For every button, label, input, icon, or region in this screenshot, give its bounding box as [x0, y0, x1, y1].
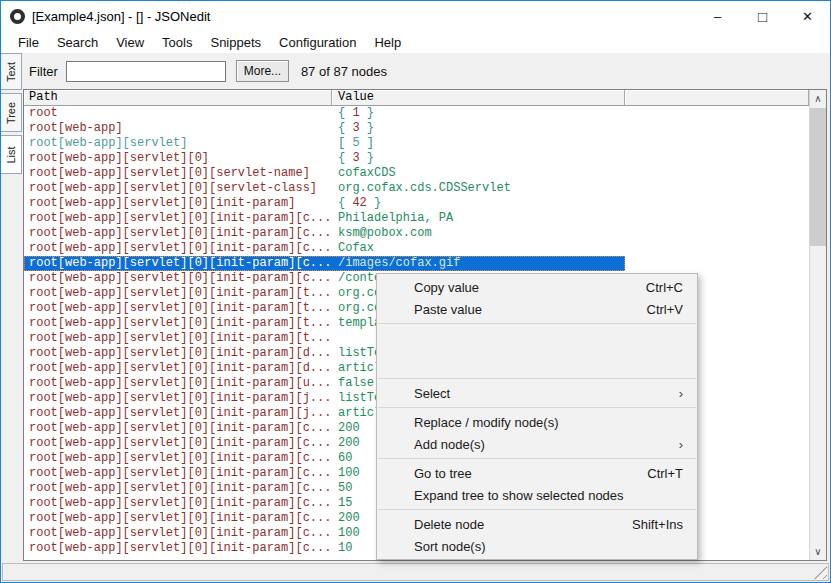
- menu-shortcut: Ctrl+T: [647, 466, 683, 481]
- value-cell: ksm@pobox.com: [332, 226, 625, 241]
- menu-shortcut: Ctrl+V: [647, 302, 683, 317]
- menu-item-label: Paste value: [414, 302, 647, 317]
- list-row[interactable]: root[web-app][servlet][0][init-param][c.…: [24, 226, 625, 241]
- menu-item-snippets[interactable]: Snippets: [201, 32, 270, 53]
- scroll-thumb[interactable]: [810, 108, 826, 246]
- path-cell: root: [24, 106, 332, 121]
- context-menu-item-paste-value[interactable]: Paste valueCtrl+V: [377, 298, 697, 320]
- menu-separator: [378, 407, 696, 408]
- path-cell: root[web-app][servlet][0][init-param][t.…: [24, 331, 332, 346]
- path-cell: root[web-app][servlet][0][init-param][u.…: [24, 376, 332, 391]
- list-row[interactable]: root[web-app][servlet][ 5 ]: [24, 136, 625, 151]
- path-cell: root[web-app][servlet][0][init-param][t.…: [24, 286, 332, 301]
- menu-separator: [378, 458, 696, 459]
- vertical-scrollbar[interactable]: ∧ ∨: [809, 90, 826, 560]
- context-menu-item-replace-modify-node-s[interactable]: Replace / modify node(s): [377, 411, 697, 433]
- filter-label: Filter: [29, 64, 58, 79]
- path-cell: root[web-app][servlet][0][init-param][t.…: [24, 301, 332, 316]
- menu-item-label: Add node(s): [414, 437, 679, 452]
- side-tab-label: List: [5, 146, 17, 163]
- context-menu-item-add-node-s[interactable]: Add node(s)›: [377, 433, 697, 455]
- menu-item-label: Expand tree to show selected nodes: [414, 488, 683, 503]
- list-row[interactable]: root[web-app][servlet][0][init-param]{ 4…: [24, 196, 625, 211]
- side-tab-tree[interactable]: Tree: [1, 93, 22, 132]
- value-cell: /images/cofax.gif: [332, 256, 625, 271]
- context-menu-item-copy-value[interactable]: Copy valueCtrl+C: [377, 276, 697, 298]
- column-header-path[interactable]: Path: [24, 90, 332, 106]
- value-cell: { 3 }: [332, 121, 625, 136]
- menu-shortcut: Ctrl+C: [646, 280, 683, 295]
- path-cell: root[web-app][servlet][0][init-param][d.…: [24, 346, 332, 361]
- app-icon: [10, 9, 25, 24]
- path-cell: root[web-app][servlet][0][init-param][c.…: [24, 271, 332, 286]
- path-cell: root[web-app][servlet][0][init-param][c.…: [24, 256, 332, 271]
- resize-grip-icon[interactable]: [814, 566, 827, 579]
- context-menu-item-sort-node-s[interactable]: Sort node(s): [377, 535, 697, 557]
- title-bar: [Example4.json] - [] - JSONedit – □ ✕: [1, 1, 830, 31]
- list-row[interactable]: root[web-app]{ 3 }: [24, 121, 625, 136]
- node-count-text: 87 of 87 nodes: [301, 64, 387, 79]
- menu-item-help[interactable]: Help: [365, 32, 410, 53]
- window-controls: – □ ✕: [695, 1, 830, 31]
- list-row[interactable]: root{ 1 }: [24, 106, 625, 121]
- menu-item-label: Replace / modify node(s): [414, 415, 683, 430]
- path-cell: root[web-app][servlet][0][init-param][t.…: [24, 316, 332, 331]
- app-window: [Example4.json] - [] - JSONedit – □ ✕ Fi…: [0, 0, 831, 583]
- menu-item-label: Delete node: [414, 517, 632, 532]
- side-tab-text[interactable]: Text: [1, 53, 22, 90]
- value-cell: { 1 }: [332, 106, 625, 121]
- filter-row: Filter More... 87 of 87 nodes: [23, 56, 824, 86]
- path-cell: root[web-app][servlet][0][servlet-class]: [24, 181, 332, 196]
- context-menu-item-select[interactable]: Select›: [377, 382, 697, 404]
- scroll-down-icon[interactable]: ∨: [810, 543, 826, 560]
- context-menu-item-expand-tree-to-show-selected-nodes[interactable]: Expand tree to show selected nodes: [377, 484, 697, 506]
- side-tab-list[interactable]: List: [1, 135, 22, 174]
- filter-input[interactable]: [66, 61, 226, 82]
- status-bar: [2, 563, 829, 581]
- path-cell: root[web-app][servlet][0][init-param][d.…: [24, 361, 332, 376]
- side-tab-label: Text: [5, 61, 17, 81]
- path-cell: root[web-app][servlet][0][init-param][c.…: [24, 241, 332, 256]
- scroll-up-icon[interactable]: ∧: [810, 90, 826, 107]
- path-cell: root[web-app][servlet][0][init-param][c.…: [24, 481, 332, 496]
- path-cell: root[web-app][servlet][0][init-param][c.…: [24, 466, 332, 481]
- close-button[interactable]: ✕: [785, 1, 830, 31]
- value-cell: [ 5 ]: [332, 136, 625, 151]
- maximize-button[interactable]: □: [740, 1, 785, 31]
- submenu-arrow-icon: ›: [679, 386, 683, 401]
- menu-item-label: Select: [414, 386, 679, 401]
- menu-item-file[interactable]: File: [9, 32, 48, 53]
- list-row[interactable]: root[web-app][servlet][0][servlet-class]…: [24, 181, 625, 196]
- value-cell: { 42 }: [332, 196, 625, 211]
- path-cell: root[web-app][servlet][0][init-param][c.…: [24, 526, 332, 541]
- menu-item-label: Go to tree: [414, 466, 647, 481]
- list-row[interactable]: root[web-app][servlet][0][init-param][c.…: [24, 241, 625, 256]
- side-tab-label: Tree: [5, 101, 17, 123]
- list-row[interactable]: root[web-app][servlet][0][servlet-name]c…: [24, 166, 625, 181]
- menu-item-label: Sort node(s): [414, 539, 683, 554]
- submenu-arrow-icon: ›: [679, 437, 683, 452]
- menu-item-view[interactable]: View: [107, 32, 153, 53]
- more-button[interactable]: More...: [236, 60, 289, 82]
- list-row[interactable]: root[web-app][servlet][0][init-param][c.…: [24, 256, 625, 271]
- path-cell: root[web-app][servlet][0][init-param][c.…: [24, 496, 332, 511]
- menu-shortcut: Shift+Ins: [632, 517, 683, 532]
- value-cell: org.cofax.cds.CDSServlet: [332, 181, 625, 196]
- context-menu: Copy valueCtrl+CPaste valueCtrl+VSelect›…: [376, 273, 698, 560]
- value-cell: Philadelphia, PA: [332, 211, 625, 226]
- path-cell: root[web-app][servlet][0][init-param][c.…: [24, 436, 332, 451]
- column-header-value[interactable]: Value: [332, 90, 625, 106]
- path-cell: root[web-app][servlet][0][init-param][c.…: [24, 421, 332, 436]
- menu-item-tools[interactable]: Tools: [153, 32, 201, 53]
- list-row[interactable]: root[web-app][servlet][0][init-param][c.…: [24, 211, 625, 226]
- minimize-button[interactable]: –: [695, 1, 740, 31]
- path-cell: root[web-app][servlet][0][init-param][c.…: [24, 211, 332, 226]
- context-menu-item-go-to-tree[interactable]: Go to treeCtrl+T: [377, 462, 697, 484]
- list-row[interactable]: root[web-app][servlet][0]{ 3 }: [24, 151, 625, 166]
- value-cell: { 3 }: [332, 151, 625, 166]
- path-cell: root[web-app][servlet][0]: [24, 151, 332, 166]
- menu-item-search[interactable]: Search: [48, 32, 107, 53]
- context-menu-item-delete-node[interactable]: Delete nodeShift+Ins: [377, 513, 697, 535]
- menu-item-configuration[interactable]: Configuration: [270, 32, 365, 53]
- path-cell: root[web-app][servlet][0][init-param][c.…: [24, 541, 332, 556]
